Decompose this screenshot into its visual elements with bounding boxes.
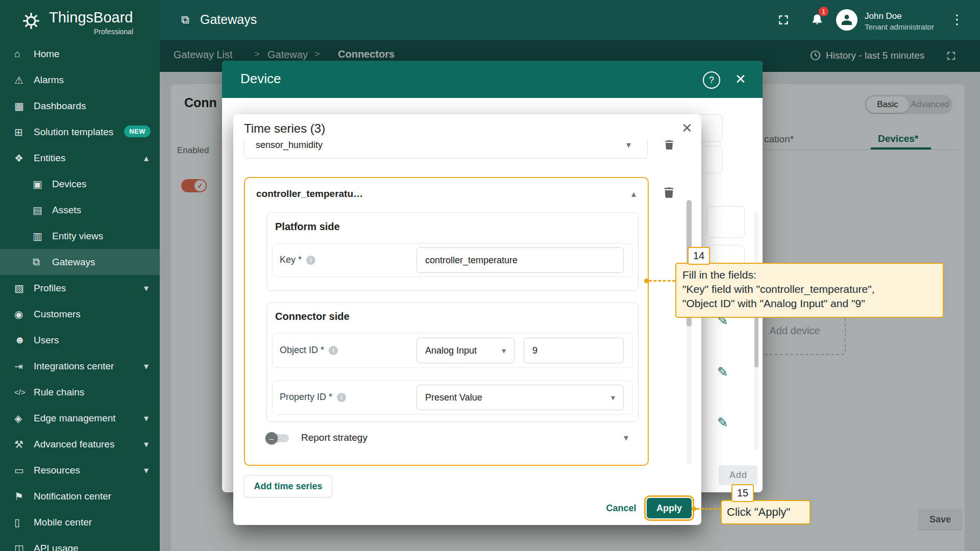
timeseries-item-controller-temperature: controller_temperatu… ▴ Platform side Ke…	[244, 177, 649, 466]
sidebar-item-notification-center[interactable]: ⚑Notification center	[0, 483, 160, 509]
delete-trash-icon[interactable]	[662, 186, 676, 202]
sidebar-item-edge-management[interactable]: ◈Edge management▾	[0, 405, 160, 431]
solution-templates-icon: ⊞	[14, 126, 34, 138]
collapsed-item-label: sensor_humidity	[256, 140, 323, 151]
info-icon[interactable]: i	[306, 256, 315, 265]
timeseries-scrollbar[interactable]	[687, 200, 692, 464]
object-id-value-input[interactable]: 9	[524, 338, 624, 363]
sidebar-item-home[interactable]: ⌂Home	[0, 41, 160, 67]
step-14-line1: Fill in the fields:	[682, 268, 937, 282]
dashboards-icon: ▦	[14, 100, 34, 112]
toggle-knob: –	[265, 432, 278, 444]
sidebar-item-mobile-center[interactable]: ▯Mobile center	[0, 509, 160, 535]
entities-icon: ❖	[14, 152, 34, 164]
chevron-down-icon: ▾	[502, 346, 506, 356]
key-field-label: Key *i	[280, 255, 315, 265]
notification-center-icon: ⚑	[14, 490, 34, 503]
sidebar-item-api-usage[interactable]: ◫API usage	[0, 535, 160, 551]
key-input[interactable]: controller_temperature	[416, 247, 624, 273]
property-id-row: Property ID *i Present Value▾	[272, 380, 633, 415]
timeseries-close-icon[interactable]: ✕	[681, 120, 693, 136]
sidebar-item-devices[interactable]: ▣Devices	[0, 171, 160, 197]
annotation-connector-dot	[644, 279, 649, 283]
profiles-icon: ▧	[14, 282, 34, 294]
chevron-down-icon: ▾	[144, 283, 149, 294]
kebab-menu-icon[interactable]: ⋮	[950, 12, 964, 28]
report-strategy-toggle[interactable]: –	[266, 434, 289, 442]
home-icon: ⌂	[14, 48, 34, 60]
chevron-down-icon[interactable]: ▾	[624, 432, 628, 443]
devices-icon: ▣	[33, 178, 52, 190]
timeseries-scroll-viewport: sensor_humidity ▾ controller_temperatu… …	[233, 139, 701, 468]
annotation-connector-line	[649, 280, 675, 282]
apply-button[interactable]: Apply	[647, 498, 692, 518]
chevron-down-icon: ▾	[144, 361, 149, 372]
device-add-button[interactable]: Add	[719, 465, 757, 485]
object-id-type-select[interactable]: Analog Input▾	[416, 338, 514, 363]
edit-pencil-icon[interactable]: ✎	[717, 364, 728, 380]
sidebar-item-rule-chains[interactable]: </>Rule chains	[0, 379, 160, 405]
mobile-center-icon: ▯	[14, 516, 34, 529]
property-id-label: Property ID *i	[280, 392, 346, 403]
help-icon[interactable]: ?	[703, 71, 720, 89]
sidebar-item-advanced-features[interactable]: ⚒Advanced features▾	[0, 431, 160, 457]
info-icon[interactable]: i	[329, 346, 338, 355]
edge-management-icon: ◈	[14, 412, 34, 424]
user-name: John Doe	[865, 11, 902, 21]
device-modal-close-icon[interactable]: ✕	[735, 71, 746, 87]
info-icon[interactable]: i	[337, 393, 346, 402]
timeseries-item-sensor-humidity[interactable]: sensor_humidity ▾	[244, 139, 648, 159]
key-field-row: Key *i controller_temperature	[272, 243, 633, 277]
fullscreen-icon[interactable]	[777, 13, 790, 29]
sidebar-item-profiles[interactable]: ▧Profiles▾	[0, 275, 160, 301]
logo-title: ThingsBoard	[49, 9, 133, 26]
delete-trash-icon[interactable]	[663, 139, 675, 153]
sidebar-item-dashboards[interactable]: ▦Dashboards	[0, 93, 160, 119]
platform-side-section: Platform side Key *i controller_temperat…	[266, 212, 639, 291]
gateways-icon: ⧉	[33, 256, 52, 268]
sidebar-nav: ⌂Home ⚠Alarms ▦Dashboards ⊞Solution temp…	[0, 41, 160, 551]
sidebar-item-resources[interactable]: ▭Resources▾	[0, 457, 160, 483]
thingsboard-logo-icon	[21, 11, 41, 33]
chevron-up-icon: ▴	[144, 153, 149, 164]
chevron-down-icon[interactable]: ▾	[626, 139, 631, 151]
logo-block[interactable]: ThingsBoard Professional	[0, 0, 160, 41]
sidebar-item-alarms[interactable]: ⚠Alarms	[0, 67, 160, 93]
connector-side-section: Connector side Object ID *i Analog Input…	[266, 302, 639, 422]
sidebar-item-assets[interactable]: ▤Assets	[0, 197, 160, 223]
platform-side-title: Platform side	[275, 221, 340, 233]
sidebar-item-customers[interactable]: ◉Customers	[0, 301, 160, 327]
notification-count-badge: 1	[819, 7, 828, 16]
property-id-select[interactable]: Present Value▾	[416, 385, 624, 410]
chevron-down-icon: ▾	[144, 439, 149, 450]
resources-icon: ▭	[14, 464, 34, 477]
sidebar-item-entities[interactable]: ❖Entities▴	[0, 145, 160, 171]
step-14-line2: "Key" field with "controller_temperature…	[682, 282, 937, 296]
annotation-connector-dot	[692, 507, 696, 511]
user-avatar[interactable]	[836, 9, 857, 31]
object-id-label: Object ID *i	[280, 345, 338, 356]
expanded-item-label: controller_temperatu…	[256, 188, 363, 199]
timeseries-modal: Time series (3) ✕ sensor_humidity ▾ cont…	[233, 114, 701, 525]
chevron-down-icon: ▾	[144, 413, 149, 424]
connector-side-title: Connector side	[275, 311, 350, 322]
object-id-row: Object ID *i Analog Input▾ 9	[272, 333, 633, 368]
chevron-up-icon[interactable]: ▴	[631, 188, 636, 199]
rule-chains-icon: </>	[14, 388, 34, 396]
thingsboard-app: ⧉ Gateways 1 John Doe Tenant administrat…	[0, 0, 980, 551]
add-time-series-button[interactable]: Add time series	[244, 475, 332, 497]
edit-pencil-icon[interactable]: ✎	[717, 415, 728, 431]
step-14-callout: Fill in the fields: "Key" field with "co…	[675, 263, 944, 318]
cancel-button[interactable]: Cancel	[598, 498, 644, 518]
step-15-callout: Click "Apply"	[721, 500, 811, 524]
sidebar-item-gateways[interactable]: ⧉Gateways	[0, 249, 160, 275]
sidebar-item-entity-views[interactable]: ▥Entity views	[0, 223, 160, 249]
sidebar-item-solution-templates[interactable]: ⊞Solution templatesNEW	[0, 119, 160, 145]
page-title: Gateways	[200, 12, 257, 27]
device-modal-scrollbar[interactable]	[754, 212, 758, 450]
chevron-down-icon: ▾	[611, 393, 615, 403]
sidebar-item-users[interactable]: ☻Users	[0, 327, 160, 353]
timeseries-modal-title: Time series (3)	[244, 121, 325, 136]
sidebar-item-integrations-center[interactable]: ⇥Integrations center▾	[0, 353, 160, 379]
entity-views-icon: ▥	[33, 230, 52, 242]
